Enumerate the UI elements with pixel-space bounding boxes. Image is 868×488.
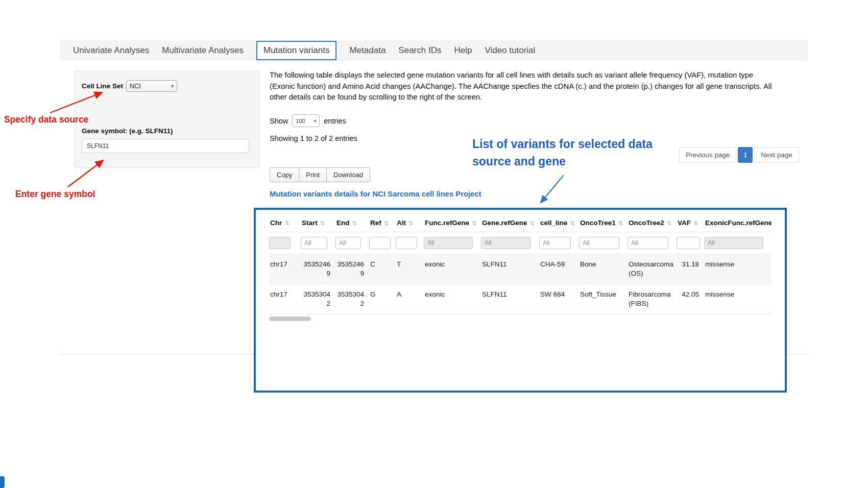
sort-icon: ⇅ [408, 220, 413, 226]
control-panel: Cell Line Set NCI ▾ Gene symbol: (e.g. S… [74, 70, 260, 168]
pagination: Previous page 1 Next page [679, 147, 799, 163]
download-button[interactable]: Download [326, 167, 370, 182]
sort-icon: ⇅ [530, 220, 535, 226]
gene-symbol-input[interactable] [82, 139, 249, 153]
corner-mark [0, 476, 5, 488]
cell-end: 35352469 [335, 254, 369, 284]
showing-entries-info: Showing 1 to 2 of 2 entries [270, 134, 357, 142]
column-header-cell-line[interactable]: cell_line⇅ [539, 216, 579, 232]
column-label: Start [302, 219, 318, 227]
tab-mutation-variants[interactable]: Mutation variants [256, 41, 336, 60]
variants-table-container: Chr⇅Start⇅End⇅Ref⇅Alt⇅Func.refGene⇅Gene.… [254, 208, 787, 393]
sort-icon: ⇅ [284, 220, 289, 226]
filter-start[interactable] [301, 237, 327, 249]
column-header-start[interactable]: Start⇅ [301, 216, 335, 232]
annotation-enter-gene-symbol: Enter gene symbol [15, 189, 95, 200]
variants-list-arrow [541, 175, 564, 203]
filter-oncotree1[interactable] [579, 237, 619, 249]
column-header-end[interactable]: End⇅ [335, 216, 369, 232]
table-header-row: Chr⇅Start⇅End⇅Ref⇅Alt⇅Func.refGene⇅Gene.… [269, 216, 771, 232]
page-length-select[interactable]: 100 ▾ [292, 114, 320, 127]
sort-icon: ⇅ [570, 220, 574, 226]
next-page-button[interactable]: Next page [754, 147, 799, 163]
filter-gene-refgene[interactable] [481, 237, 531, 249]
cell-alt: T [396, 254, 424, 284]
print-button[interactable]: Print [299, 167, 327, 182]
table-filter-row [269, 232, 771, 254]
sort-icon: ⇅ [384, 220, 389, 226]
column-header-vaf[interactable]: VAF⇅ [677, 216, 704, 232]
page-length-value: 100 [296, 118, 305, 124]
column-header-gene-refgene[interactable]: Gene.refGene⇅ [481, 216, 539, 232]
table-title: Mutation variants details for NCI Sarcom… [270, 190, 481, 198]
column-header-oncotree1[interactable]: OncoTree1⇅ [579, 216, 628, 232]
cell-exonicfunc-refgene: missense [704, 254, 771, 284]
filter-end[interactable] [335, 237, 361, 249]
column-header-ref[interactable]: Ref⇅ [369, 216, 396, 232]
export-buttons: CopyPrintDownload [270, 167, 370, 182]
cell-exonicfunc-refgene: missense [704, 284, 771, 314]
current-page-button[interactable]: 1 [738, 147, 753, 163]
table-row[interactable]: chr173535304235353042GAexonicSLFN11SW 68… [269, 284, 771, 314]
cell-vaf: 42.05 [677, 284, 704, 314]
cell-line-set-select[interactable]: NCI ▾ [126, 80, 177, 92]
sort-icon: ⇅ [693, 220, 698, 226]
sort-icon: ⇅ [667, 220, 671, 226]
column-header-chr[interactable]: Chr⇅ [269, 216, 301, 232]
previous-page-button[interactable]: Previous page [679, 147, 736, 163]
cell-start: 35352469 [301, 254, 335, 284]
copy-button[interactable]: Copy [270, 167, 299, 182]
cell-chr: chr17 [269, 284, 301, 314]
filter-chr[interactable] [269, 237, 291, 249]
column-label: OncoTree1 [580, 219, 616, 227]
filter-exonicfunc-refgene[interactable] [704, 237, 763, 249]
cell-line-set-label: Cell Line Set [82, 82, 123, 90]
column-header-oncotree2[interactable]: OncoTree2⇅ [628, 216, 677, 232]
tab-metadata[interactable]: Metadata [349, 42, 385, 59]
column-label: End [336, 219, 350, 227]
cell-end: 35353042 [335, 284, 369, 314]
cell-oncotree1: Soft_Tissue [579, 284, 628, 314]
cell-chr: chr17 [269, 254, 301, 284]
filter-vaf[interactable] [677, 237, 700, 249]
tab-univariate-analyses[interactable]: Univariate Analyses [73, 42, 149, 59]
annotation-variants-list-line1: List of variants for selected data [472, 135, 653, 153]
cell-line-set-value: NCI [130, 83, 141, 90]
column-header-func-refgene[interactable]: Func.refGene⇅ [424, 216, 481, 232]
column-header-exonicfunc-refgene[interactable]: ExonicFunc.refGene⇅ [704, 216, 771, 232]
horizontal-scrollbar-thumb[interactable] [269, 316, 311, 321]
cell-ref: C [369, 254, 396, 284]
column-label: ExonicFunc.refGene [705, 219, 771, 227]
tab-help[interactable]: Help [454, 42, 472, 59]
column-label: OncoTree2 [629, 219, 664, 227]
filter-ref[interactable] [369, 237, 391, 249]
filter-alt[interactable] [396, 237, 417, 249]
annotation-variants-list-line2: source and gene [472, 153, 653, 170]
column-label: Alt [397, 219, 406, 227]
filter-cell-line[interactable] [539, 237, 571, 249]
column-header-alt[interactable]: Alt⇅ [396, 216, 424, 232]
filter-oncotree2[interactable] [628, 237, 668, 249]
cell-gene-refgene: SLFN11 [481, 284, 539, 314]
table-row[interactable]: chr173535246935352469CTexonicSLFN11CHA-5… [269, 254, 771, 284]
column-label: Gene.refGene [482, 219, 527, 227]
cell-start: 35353042 [301, 284, 335, 314]
nav-tabs: Univariate AnalysesMultivariate Analyses… [60, 40, 535, 61]
column-label: cell_line [540, 219, 567, 227]
cell-line-set-row: Cell Line Set NCI ▾ [82, 80, 177, 92]
filter-func-refgene[interactable] [424, 237, 473, 249]
cell-func-refgene: exonic [424, 254, 481, 284]
cell-func-refgene: exonic [424, 284, 481, 314]
annotation-specify-data-source: Specify data source [4, 114, 88, 125]
column-label: Chr [270, 219, 282, 227]
table-description: The following table displays the selecte… [270, 70, 780, 103]
tab-video-tutorial[interactable]: Video tutorial [485, 42, 535, 59]
cell-oncotree1: Bone [579, 254, 628, 284]
sort-icon: ⇅ [352, 220, 357, 226]
tab-search-ids[interactable]: Search IDs [398, 42, 441, 59]
variants-table: Chr⇅Start⇅End⇅Ref⇅Alt⇅Func.refGene⇅Gene.… [269, 216, 771, 314]
top-navbar: Univariate AnalysesMultivariate Analyses… [60, 40, 808, 61]
tab-multivariate-analyses[interactable]: Multivariate Analyses [162, 42, 244, 59]
column-label: Func.refGene [425, 219, 469, 227]
entries-label: entries [324, 117, 346, 125]
